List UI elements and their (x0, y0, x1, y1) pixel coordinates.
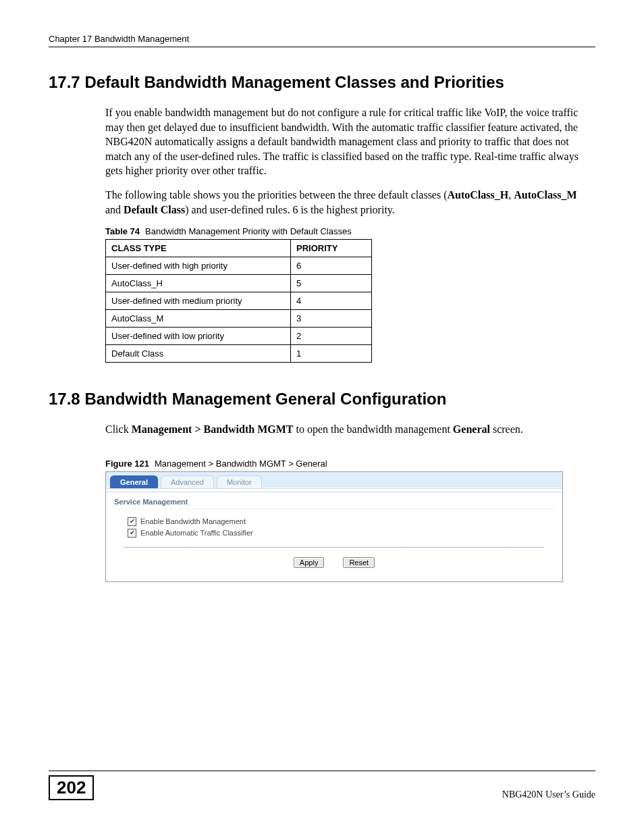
cell-class-type: AutoClass_M (106, 310, 291, 328)
figure-121-title: Management > Bandwidth MGMT > General (155, 459, 327, 469)
table-row: User-defined with high priority6 (106, 257, 372, 275)
th-priority: PRIORITY (291, 240, 372, 257)
para2-pre: The following table shows you the priori… (105, 189, 448, 201)
table-row: User-defined with low priority2 (106, 328, 372, 345)
p-general: General (453, 423, 490, 435)
dotted-separator (125, 547, 543, 548)
tab-general[interactable]: General (110, 475, 158, 488)
table-row: AutoClass_M3 (106, 310, 372, 328)
section-17-7-para1: If you enable bandwidth management but d… (105, 105, 589, 178)
p-pre: Click (105, 423, 132, 435)
para2-c2: and (105, 204, 124, 215)
running-header: Chapter 17 Bandwidth Management (49, 34, 595, 47)
figure-121-label: Figure 121 (105, 459, 149, 469)
cell-priority: 3 (291, 310, 372, 328)
checkbox-enable-bw-mgmt[interactable]: ✔ (128, 517, 136, 526)
cell-priority: 2 (291, 328, 372, 345)
table-header-row: CLASS TYPE PRIORITY (106, 240, 372, 257)
cell-priority: 6 (291, 257, 372, 275)
section-17-8-para: Click Management > Bandwidth MGMT to ope… (105, 422, 589, 437)
enable-auto-classifier-label: Enable Automatic Traffic Classifier (140, 529, 253, 537)
enable-bw-mgmt-label: Enable Bandwidth Management (140, 517, 246, 525)
cell-priority: 4 (291, 292, 372, 310)
table-row: Default Class1 (106, 345, 372, 363)
footer-rule (49, 771, 595, 771)
reset-button[interactable]: Reset (343, 557, 375, 568)
tab-monitor[interactable]: Monitor (217, 475, 262, 488)
cell-class-type: AutoClass_H (106, 275, 291, 292)
th-class-type: CLASS TYPE (106, 240, 291, 257)
section-17-8-heading: 17.8 Bandwidth Management General Config… (49, 390, 595, 409)
apply-button[interactable]: Apply (294, 557, 325, 568)
table-74-title: Bandwidth Management Priority with Defau… (145, 226, 352, 236)
para2-autoclass-m: AutoClass_M (514, 189, 576, 201)
tabs-row: General Advanced Monitor (106, 472, 562, 488)
para2-default-class: Default Class (124, 204, 185, 215)
para2-autoclass-h: AutoClass_H (448, 189, 509, 201)
cell-priority: 5 (291, 275, 372, 292)
bandwidth-mgmt-screenshot: General Advanced Monitor Service Managem… (105, 471, 563, 582)
cell-class-type: User-defined with medium priority (106, 292, 291, 310)
figure-121-caption: Figure 121Management > Bandwidth MGMT > … (105, 459, 589, 469)
tab-advanced[interactable]: Advanced (161, 475, 214, 488)
p-nav-path: Management > Bandwidth MGMT (132, 423, 294, 435)
table-74-label: Table 74 (105, 226, 140, 236)
cell-class-type: Default Class (106, 345, 291, 363)
table-74-caption: Table 74Bandwidth Management Priority wi… (105, 226, 589, 236)
priority-table: CLASS TYPE PRIORITY User-defined with hi… (105, 239, 372, 363)
p-post: screen. (490, 423, 523, 435)
cell-priority: 1 (291, 345, 372, 363)
p-mid: to open the bandwidth management (293, 423, 452, 435)
button-row: Apply Reset (113, 553, 556, 581)
cell-class-type: User-defined with high priority (106, 257, 291, 275)
enable-bw-mgmt-row: ✔ Enable Bandwidth Management (128, 517, 556, 526)
page-number: 202 (49, 775, 94, 800)
para2-post: ) and user-defined rules. 6 is the highe… (185, 204, 395, 215)
guide-name: NBG420N User’s Guide (502, 789, 595, 800)
table-row: AutoClass_H5 (106, 275, 372, 292)
enable-auto-classifier-row: ✔ Enable Automatic Traffic Classifier (128, 529, 556, 538)
cell-class-type: User-defined with low priority (106, 328, 291, 345)
section-17-7-heading: 17.7 Default Bandwidth Management Classe… (49, 73, 595, 92)
para2-c1: , (508, 189, 514, 201)
checkbox-enable-auto-classifier[interactable]: ✔ (128, 529, 136, 538)
service-management-panel: Service Management ✔ Enable Bandwidth Ma… (106, 492, 562, 581)
section-17-7-para2: The following table shows you the priori… (105, 188, 589, 217)
panel-title: Service Management (113, 496, 556, 509)
table-row: User-defined with medium priority4 (106, 292, 372, 310)
page-footer: 202 NBG420N User’s Guide (49, 771, 595, 800)
